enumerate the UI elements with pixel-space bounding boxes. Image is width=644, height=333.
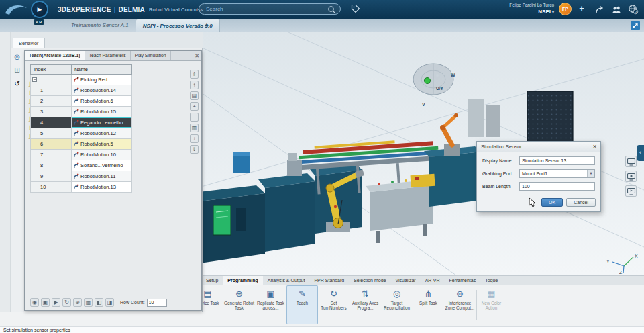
row-name-cell[interactable]: RobotMotion.11 xyxy=(72,171,132,182)
refresh-icon[interactable]: ↻ xyxy=(62,298,71,307)
ribbon-tab[interactable]: PPR Standard xyxy=(309,276,349,285)
expand-window-icon[interactable] xyxy=(631,21,640,30)
ribbon-tab[interactable]: Analysis & Output xyxy=(263,276,310,285)
table-row[interactable]: 7 RobotMotion.10 xyxy=(30,150,132,160)
ribbon-button[interactable]: ⇅ Auxiliary Axes Progra... xyxy=(350,285,381,324)
tag-icon[interactable] xyxy=(351,4,360,13)
dialog-title-bar[interactable]: Simulation Sensor ✕ xyxy=(477,142,600,152)
grid-select-icon[interactable]: ▣ xyxy=(41,298,50,307)
render-mode-icon[interactable] xyxy=(625,156,637,167)
ribbon-button[interactable]: ✎ Teach xyxy=(286,285,318,324)
chevron-down-icon[interactable]: ▼ xyxy=(587,170,594,177)
ribbon-button[interactable]: ▣ Replicate Task across... xyxy=(255,285,286,324)
insert-icon[interactable]: ⊕ xyxy=(73,298,82,307)
ribbon-tab[interactable]: Setup xyxy=(201,276,223,285)
teach-tab[interactable]: Teach(ArcMate-120iB.1) xyxy=(25,51,85,60)
cancel-button[interactable]: Cancel xyxy=(566,198,596,207)
table-row[interactable]: 2 RobotMotion.6 xyxy=(30,96,132,107)
row-index-cell[interactable]: 6 xyxy=(30,139,72,150)
column-header-index[interactable]: Index xyxy=(30,64,72,75)
row-index-cell[interactable]: 4 xyxy=(30,117,72,128)
row-index-cell[interactable]: 3 xyxy=(30,107,72,117)
behavior-tree-icon[interactable]: ⊞ xyxy=(13,66,21,75)
workspace-selector[interactable]: NSPI▾ xyxy=(538,9,554,15)
scroll-top-icon[interactable]: ⇑ xyxy=(190,70,199,79)
ribbon-button[interactable]: ↻ Set TurnNumbers xyxy=(318,285,350,324)
close-icon[interactable]: ✕ xyxy=(195,52,199,61)
ribbon-button[interactable]: ⊕ Generate Robot Task xyxy=(223,285,255,324)
row-name-cell[interactable]: Soltand...Vermelho xyxy=(72,160,132,171)
row-name-cell[interactable]: Picking Red xyxy=(72,75,132,85)
row-index-cell[interactable]: 2 xyxy=(30,96,72,107)
column-header-name[interactable]: Name xyxy=(72,64,132,75)
share-icon[interactable] xyxy=(593,3,605,15)
table-row[interactable]: 10 RobotMotion.13 xyxy=(30,182,132,193)
table-row[interactable]: 8 Soltand...Vermelho xyxy=(30,160,132,171)
row-count-input[interactable] xyxy=(147,299,167,307)
row-name-cell[interactable]: Pegando...ermelho xyxy=(72,117,132,128)
search-icon[interactable] xyxy=(327,5,336,14)
ribbon-button[interactable]: ⋔ Split Task xyxy=(413,285,444,324)
display-name-field[interactable] xyxy=(519,156,595,165)
collapse-panel-arrow[interactable]: ‹ xyxy=(637,145,644,161)
close-icon[interactable]: ✕ xyxy=(592,142,597,152)
tab-behavior[interactable]: Behavior xyxy=(13,38,45,48)
ribbon-tab[interactable]: AR-VR xyxy=(421,276,445,285)
scroll-bottom-icon[interactable]: ⇓ xyxy=(190,145,199,154)
row-index-cell[interactable] xyxy=(30,75,72,85)
table-row[interactable]: 1 RobotMotion.14 xyxy=(30,85,132,96)
row-index-cell[interactable]: 7 xyxy=(30,150,72,160)
table-row[interactable]: 9 RobotMotion.11 xyxy=(30,171,132,182)
global-search[interactable] xyxy=(199,3,341,15)
row-name-cell[interactable]: RobotMotion.14 xyxy=(72,85,132,96)
grabbing-port-select[interactable]: Mount Port1 ▼ xyxy=(519,169,595,178)
ribbon-tab[interactable]: Programming xyxy=(223,276,263,285)
panel-right-icon[interactable]: ◨ xyxy=(105,298,114,307)
teach-tab[interactable]: Teach Parameters xyxy=(85,51,131,60)
scroll-down-icon[interactable]: ↓ xyxy=(190,134,199,143)
table-row[interactable]: 3 RobotMotion.15 xyxy=(30,107,132,117)
screen-layout-icon[interactable] xyxy=(625,171,637,182)
row-expander-icon[interactable] xyxy=(32,77,37,82)
panel-left-icon[interactable]: ◧ xyxy=(95,298,103,307)
ribbon-tab[interactable]: Visualizar xyxy=(390,276,420,285)
scroll-up-icon[interactable]: ↑ xyxy=(190,81,199,89)
document-tab[interactable]: Treinamento Sensor A.1 xyxy=(64,19,136,32)
table-row[interactable]: 6 RobotMotion.5 xyxy=(30,139,132,150)
teach-tab[interactable]: Play Simulation xyxy=(131,51,171,60)
table-grid-alt-icon[interactable]: ▥ xyxy=(190,124,199,132)
row-index-cell[interactable]: 10 xyxy=(30,182,72,193)
row-name-cell[interactable]: RobotMotion.10 xyxy=(72,150,132,160)
matrix-icon[interactable]: ▦ xyxy=(84,298,93,307)
simulation-loop-icon[interactable]: ↺ xyxy=(13,79,21,88)
beam-length-field[interactable] xyxy=(519,182,595,191)
search-input[interactable] xyxy=(206,5,323,13)
row-name-cell[interactable]: RobotMotion.15 xyxy=(72,107,132,117)
row-index-cell[interactable]: 9 xyxy=(30,171,72,182)
row-name-cell[interactable]: RobotMotion.6 xyxy=(72,96,132,107)
user-name[interactable]: Felipe Pardini Lo Turco xyxy=(509,3,554,7)
ok-button[interactable]: OK xyxy=(541,198,563,207)
row-name-cell[interactable]: RobotMotion.12 xyxy=(72,128,132,139)
ribbon-button[interactable]: ▦ New Color Action xyxy=(476,285,507,324)
table-grid-icon[interactable]: ▤ xyxy=(190,91,199,100)
ribbon-button[interactable]: ⊚ Interference Zone Comput... xyxy=(444,285,476,324)
ribbon-tab[interactable]: Toque xyxy=(480,276,502,285)
row-index-cell[interactable]: 1 xyxy=(30,85,72,96)
ribbon-tab[interactable]: Ferramentas xyxy=(444,276,480,285)
table-row[interactable]: 5 RobotMotion.12 xyxy=(30,128,132,139)
vr-compass-icon[interactable]: ◎ xyxy=(13,52,21,61)
add-content-icon[interactable]: + xyxy=(576,2,588,14)
user-avatar[interactable]: FP xyxy=(559,3,572,15)
play-icon[interactable]: ▶ xyxy=(52,298,60,307)
camera-view-icon[interactable] xyxy=(625,185,637,197)
target-icon[interactable]: ◉ xyxy=(30,298,39,307)
row-name-cell[interactable]: RobotMotion.13 xyxy=(72,182,132,193)
table-row[interactable]: 4 Pegando...ermelho xyxy=(30,117,132,128)
row-name-cell[interactable]: RobotMotion.5 xyxy=(72,139,132,150)
row-index-cell[interactable]: 8 xyxy=(30,160,72,171)
ribbon-button[interactable]: ◎ Target Reconciliation xyxy=(381,285,413,324)
communities-icon[interactable] xyxy=(610,3,623,15)
remove-row-icon[interactable]: − xyxy=(190,113,199,122)
new-tab-button[interactable]: + xyxy=(201,19,212,32)
